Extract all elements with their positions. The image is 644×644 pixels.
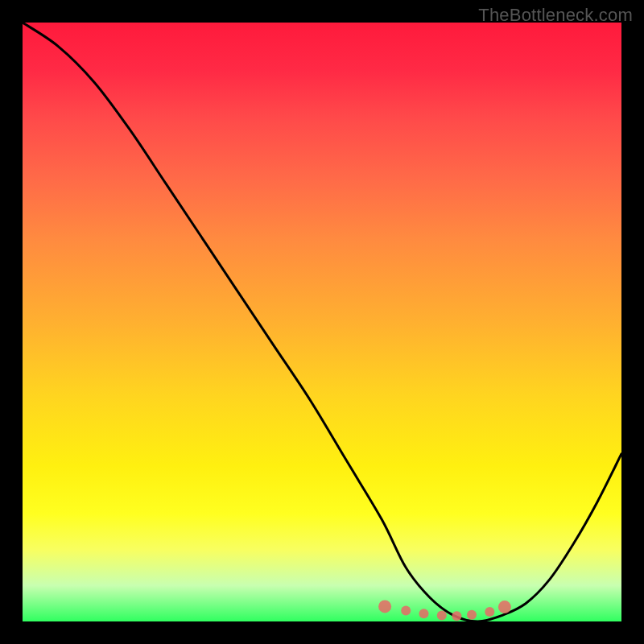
watermark-label: TheBottleneck.com bbox=[478, 5, 633, 26]
optimal-dot bbox=[401, 606, 411, 616]
optimal-dot bbox=[485, 607, 494, 617]
chart-plot-area bbox=[23, 23, 621, 621]
optimal-dot bbox=[378, 600, 391, 613]
optimal-dot bbox=[452, 611, 461, 621]
optimal-dot bbox=[437, 611, 447, 621]
optimal-dot bbox=[498, 601, 511, 613]
optimal-dot bbox=[467, 610, 477, 620]
optimal-dot bbox=[419, 609, 429, 618]
chart-svg bbox=[23, 23, 621, 621]
bottleneck-curve bbox=[23, 23, 621, 621]
